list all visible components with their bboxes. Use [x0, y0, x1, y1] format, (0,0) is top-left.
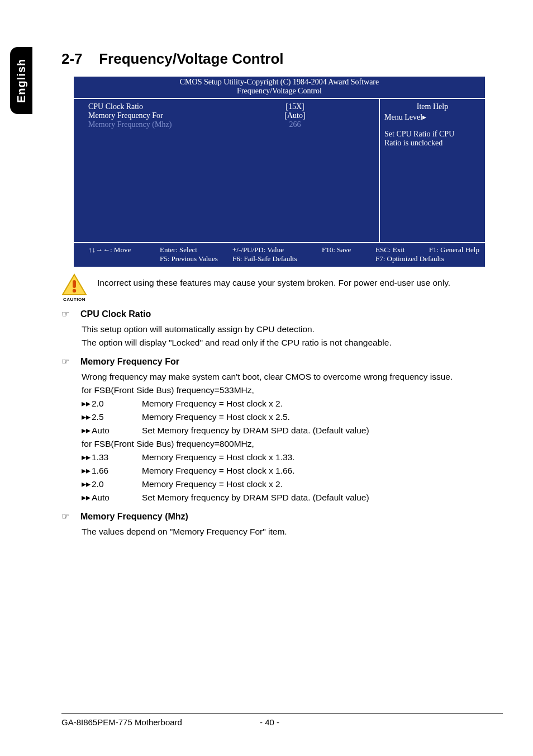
- help-text: Set CPU Ratio if CPU: [384, 130, 480, 139]
- page-content: 2-7 Frequency/Voltage Control CMOS Setup…: [61, 50, 503, 538]
- footer-key: F7: Optimized Defaults: [375, 254, 426, 263]
- double-arrow-icon: ▸▸: [82, 410, 92, 424]
- body-line: The option will display "Locked" and rea…: [82, 336, 503, 349]
- bios-value: 266: [217, 120, 373, 129]
- footer-page: - 40 -: [260, 717, 304, 727]
- caution-icon: CAUTION: [59, 273, 89, 302]
- help-text: Ratio is unclocked: [384, 139, 480, 148]
- option-title: CPU Clock Ratio: [80, 309, 151, 319]
- svg-point-2: [73, 289, 76, 292]
- section-heading: 2-7 Frequency/Voltage Control: [61, 50, 503, 68]
- value-row: ▸▸ 1.33 Memory Frequency = Host clock x …: [82, 451, 503, 464]
- bios-label: Memory Frequency For: [88, 111, 217, 120]
- double-arrow-icon: ▸▸: [82, 491, 92, 504]
- caution-label: CAUTION: [59, 297, 89, 302]
- footer-key: +/-/PU/PD: Value: [232, 245, 322, 254]
- bios-settings-panel: CPU Clock Ratio [15X] Memory Frequency F…: [74, 99, 379, 242]
- section-title-text: Frequency/Voltage Control: [99, 50, 283, 67]
- value-key: 2.0: [92, 478, 142, 491]
- bios-label: Memory Frequency (Mhz): [88, 120, 217, 129]
- body-line: for FSB(Front Side Bus) frequency=533MHz…: [82, 384, 503, 397]
- value-desc: Set Memory frequency by DRAM SPD data. (…: [142, 424, 369, 437]
- value-key: 1.66: [92, 464, 142, 478]
- double-arrow-icon: ▸▸: [82, 397, 92, 410]
- body-line: for FSB(Front Side Bus) frequency=800MHz…: [82, 437, 503, 451]
- pointer-icon: ☞: [61, 511, 74, 522]
- value-key: Auto: [92, 491, 142, 504]
- value-key: Auto: [92, 424, 142, 437]
- bios-screenshot: CMOS Setup Utility-Copyright (C) 1984-20…: [73, 75, 486, 268]
- menu-level: Menu Level▸: [384, 112, 480, 122]
- body-line: This setup option will automatically ass…: [82, 323, 503, 336]
- footer-key: Enter: Select: [160, 245, 232, 254]
- bios-value: [15X]: [217, 102, 373, 111]
- caution-text: Incorrect using these features may cause…: [97, 273, 450, 288]
- item-help-title: Item Help: [384, 102, 480, 111]
- caution-block: CAUTION Incorrect using these features m…: [59, 273, 503, 302]
- value-desc: Memory Frequency = Host clock x 2.5.: [142, 410, 290, 424]
- option-block: ☞ Memory Frequency (Mhz) The values depe…: [61, 511, 503, 538]
- page-footer: GA-8I865PEM-775 Motherboard - 40 -: [61, 714, 503, 727]
- bios-value: [Auto]: [217, 111, 373, 120]
- footer-key: F1: General Help: [426, 245, 479, 254]
- footer-key: F5: Previous Values: [160, 254, 232, 263]
- double-arrow-icon: ▸▸: [82, 451, 92, 464]
- footer-key: F10: Save: [322, 245, 375, 254]
- value-desc: Memory Frequency = Host clock x 1.33.: [142, 451, 295, 464]
- option-block: ☞ CPU Clock Ratio This setup option will…: [61, 309, 503, 349]
- bios-label: CPU Clock Ratio: [88, 102, 217, 111]
- bios-header-line1: CMOS Setup Utility-Copyright (C) 1984-20…: [74, 78, 485, 87]
- option-title: Memory Frequency (Mhz): [80, 512, 188, 522]
- section-number: 2-7: [61, 50, 95, 68]
- footer-key: F6: Fail-Safe Defaults: [232, 254, 322, 263]
- footer-key: ESC: Exit: [375, 245, 426, 254]
- value-desc: Memory Frequency = Host clock x 1.66.: [142, 464, 295, 478]
- value-desc: Set Memory frequency by DRAM SPD data. (…: [142, 491, 369, 504]
- double-arrow-icon: ▸▸: [82, 464, 92, 478]
- value-row: ▸▸ Auto Set Memory frequency by DRAM SPD…: [82, 491, 503, 504]
- bios-footer: ↑↓→←: Move Enter: Select F5: Previous Va…: [74, 243, 485, 267]
- svg-rect-1: [73, 280, 76, 288]
- value-row: ▸▸ 1.66 Memory Frequency = Host clock x …: [82, 464, 503, 478]
- pointer-icon: ☞: [61, 309, 74, 319]
- value-row: ▸▸ 2.5 Memory Frequency = Host clock x 2…: [82, 410, 503, 424]
- body-line: The values depend on "Memory Frequency F…: [82, 525, 503, 538]
- bios-body: CPU Clock Ratio [15X] Memory Frequency F…: [74, 98, 485, 243]
- double-arrow-icon: ▸▸: [82, 478, 92, 491]
- pointer-icon: ☞: [61, 356, 74, 367]
- value-key: 2.5: [92, 410, 142, 424]
- value-desc: Memory Frequency = Host clock x 2.: [142, 397, 283, 410]
- footer-product: GA-8I865PEM-775 Motherboard: [61, 717, 260, 727]
- language-tab: English: [10, 47, 32, 114]
- value-desc: Memory Frequency = Host clock x 2.: [142, 478, 283, 491]
- double-arrow-icon: ▸▸: [82, 424, 92, 437]
- option-title: Memory Frequency For: [80, 357, 179, 367]
- value-row: ▸▸ 2.0 Memory Frequency = Host clock x 2…: [82, 397, 503, 410]
- bios-header-line2: Frequency/Voltage Control: [74, 87, 485, 96]
- bios-header: CMOS Setup Utility-Copyright (C) 1984-20…: [74, 77, 485, 98]
- option-block: ☞ Memory Frequency For Wrong frequency m…: [61, 356, 503, 504]
- bios-row: CPU Clock Ratio [15X]: [88, 102, 373, 111]
- value-row: ▸▸ Auto Set Memory frequency by DRAM SPD…: [82, 424, 503, 437]
- footer-key: ↑↓→←: Move: [88, 245, 160, 254]
- body-line: Wrong frequency may make system can't bo…: [82, 370, 503, 384]
- bios-row: Memory Frequency For [Auto]: [88, 111, 373, 120]
- value-key: 1.33: [92, 451, 142, 464]
- value-row: ▸▸ 2.0 Memory Frequency = Host clock x 2…: [82, 478, 503, 491]
- bios-help-panel: Item Help Menu Level▸ Set CPU Ratio if C…: [379, 99, 485, 242]
- value-key: 2.0: [92, 397, 142, 410]
- bios-row: Memory Frequency (Mhz) 266: [88, 120, 373, 129]
